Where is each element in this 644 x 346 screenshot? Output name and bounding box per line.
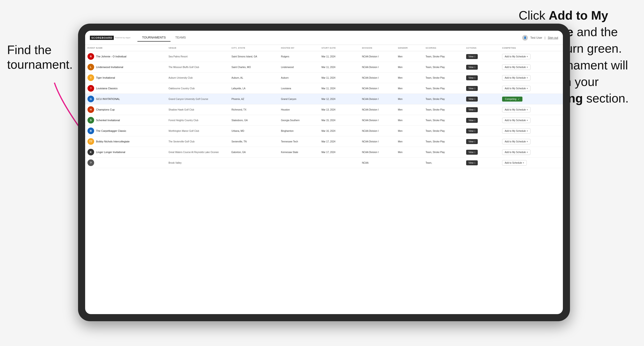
team-logo: S (88, 117, 94, 124)
view-button[interactable]: View ℹ (466, 150, 478, 155)
scoring-cell: Team, Stroke Play (423, 51, 464, 62)
competing-cell: Add to My Schedule + (500, 51, 563, 62)
actions-cell: View ℹ (464, 72, 500, 83)
view-button[interactable]: View ℹ (466, 160, 478, 165)
actions-cell: View ℹ (464, 62, 500, 72)
city-cell: Saint Simons Island, GA (229, 51, 278, 62)
city-cell: Eatonton, GA (229, 147, 278, 158)
date-cell: Mar 11, 2024 (319, 62, 360, 72)
hosted-by-cell (278, 158, 319, 168)
actions-cell: View ℹ (464, 83, 500, 94)
plus-icon: + (526, 66, 528, 68)
scoring-cell: Team, Stroke Play (423, 62, 464, 72)
actions-cell: View ℹ (464, 104, 500, 115)
app-header: SCOREBOARD Powered by clippd TOURNAMENTS… (85, 31, 563, 45)
add-to-schedule-button[interactable]: Add to My Schedule + (502, 54, 530, 59)
view-button[interactable]: View ℹ (466, 139, 478, 144)
info-icon: ℹ (474, 55, 475, 58)
add-to-schedule-button[interactable]: Add to My Schedule + (502, 128, 530, 134)
event-name: Linger Longer Invitational (96, 151, 125, 154)
division-cell: NCAA Division I (360, 72, 396, 83)
venue-cell: Great Waters Course At Reynolds Lake Oco… (166, 147, 229, 158)
add-to-schedule-button[interactable]: Add to My Schedule + (502, 139, 530, 144)
venue-cell: Oakbourne Country Club (166, 83, 229, 94)
team-logo-cell: ?Louisiana Classics (85, 83, 166, 94)
col-actions: ACTIONS (464, 45, 500, 51)
tab-teams[interactable]: TEAMS (170, 34, 190, 42)
division-cell: NCAA Division I (360, 51, 396, 62)
table-row: RThe Johnnie - O IndividualSea Palms Res… (85, 51, 563, 62)
team-logo-cell: LLindenwood Invitational (85, 62, 166, 72)
add-schedule-label: Add to My Schedule (505, 130, 526, 132)
view-button[interactable]: View ℹ (466, 118, 478, 123)
team-logo-cell: TTiger Invitational (85, 72, 166, 83)
date-cell: Mar 16, 2024 (319, 126, 360, 136)
event-name: GCU INVITATIONAL (96, 98, 120, 100)
view-label: View (468, 98, 474, 100)
team-logo: TT (88, 138, 94, 145)
view-label: View (468, 130, 474, 132)
plus-icon: + (526, 151, 528, 154)
info-icon: ℹ (474, 66, 475, 68)
competing-cell: Add to My Schedule + (500, 147, 563, 158)
competing-cell: Competing ✓ (500, 94, 563, 104)
division-cell: NCAA Division I (360, 94, 396, 104)
competing-button[interactable]: Competing ✓ (502, 97, 522, 102)
add-to-schedule-button[interactable]: Add to My Schedule + (502, 107, 530, 112)
view-button[interactable]: View ℹ (466, 65, 478, 70)
team-logo: H (88, 106, 94, 113)
actions-cell: View ℹ (464, 126, 500, 136)
add-to-schedule-button[interactable]: Add to My Schedule + (502, 118, 530, 123)
team-logo: ? (88, 85, 94, 92)
table-row: TTBobby Nichols IntercollegiateThe Sevie… (85, 136, 563, 147)
scoring-cell: Team, Stroke Play (423, 115, 464, 126)
add-to-schedule-button[interactable]: Add to My Schedule + (502, 86, 530, 91)
view-button[interactable]: View ℹ (466, 129, 478, 134)
competing-cell: Add to My Schedule + (500, 136, 563, 147)
add-to-schedule-button[interactable]: Add to My Schedule + (502, 75, 530, 81)
header-right: 👤 Test User | Sign out (522, 35, 558, 41)
view-button[interactable]: View ℹ (466, 54, 478, 59)
sign-out-link[interactable]: Sign out (548, 36, 558, 39)
division-cell: NCAA Division I (360, 62, 396, 72)
add-to-schedule-button[interactable]: Add to Schedule + (502, 160, 527, 166)
competing-cell: Add to Schedule + (500, 158, 563, 168)
table-row: BThe Carpetbagger ClassicWorthington Man… (85, 126, 563, 136)
team-logo-cell: SSchenkel Invitational (85, 115, 166, 125)
table-row: TTiger InvitationalAuburn University Clu… (85, 72, 563, 83)
venue-cell: Worthington Manor Golf Club (166, 126, 229, 136)
city-cell: Statesboro, GA (229, 115, 278, 126)
division-cell: NCAA Division I (360, 147, 396, 158)
division-cell: NCAA (360, 158, 396, 168)
add-to-schedule-button[interactable]: Add to My Schedule + (502, 64, 530, 70)
scoring-cell: Team, Stroke Play (423, 72, 464, 83)
table-row: HChampions CupShadow Hawk Golf ClubRichm… (85, 104, 563, 115)
table-row: ?Louisiana ClassicsOakbourne Country Clu… (85, 83, 563, 94)
team-logo: ? (88, 160, 94, 166)
add-to-schedule-button[interactable]: Add to My Schedule + (502, 150, 530, 155)
competing-cell: Add to My Schedule + (500, 83, 563, 94)
tab-tournaments[interactable]: TOURNAMENTS (138, 34, 170, 42)
division-cell: NCAA Division I (360, 104, 396, 115)
col-hosted-by: HOSTED BY (278, 45, 319, 51)
team-logo: G (88, 96, 94, 102)
info-icon: ℹ (474, 130, 475, 132)
view-button[interactable]: View ℹ (466, 107, 478, 112)
hosted-by-cell: Grand Canyon (278, 94, 319, 104)
view-button[interactable]: View ℹ (466, 97, 478, 102)
team-logo: K (88, 149, 94, 156)
info-icon: ℹ (474, 140, 475, 143)
nav-tabs: TOURNAMENTS TEAMS (138, 34, 190, 42)
hosted-by-cell: Rutgers (278, 51, 319, 62)
annotation-left: Find the tournament. (7, 42, 73, 72)
info-icon: ℹ (474, 77, 475, 79)
view-button[interactable]: View ℹ (466, 86, 478, 91)
col-competing: COMPETING (500, 45, 563, 51)
team-logo: B (88, 128, 94, 134)
date-cell: Mar 11, 2024 (319, 72, 360, 83)
hosted-by-cell: Houston (278, 104, 319, 115)
view-button[interactable]: View ℹ (466, 75, 478, 80)
city-cell: Auburn, AL (229, 72, 278, 83)
team-logo-cell: TTBobby Nichols Intercollegiate (85, 136, 166, 147)
hosted-by-cell: Tennessee Tech (278, 136, 319, 147)
